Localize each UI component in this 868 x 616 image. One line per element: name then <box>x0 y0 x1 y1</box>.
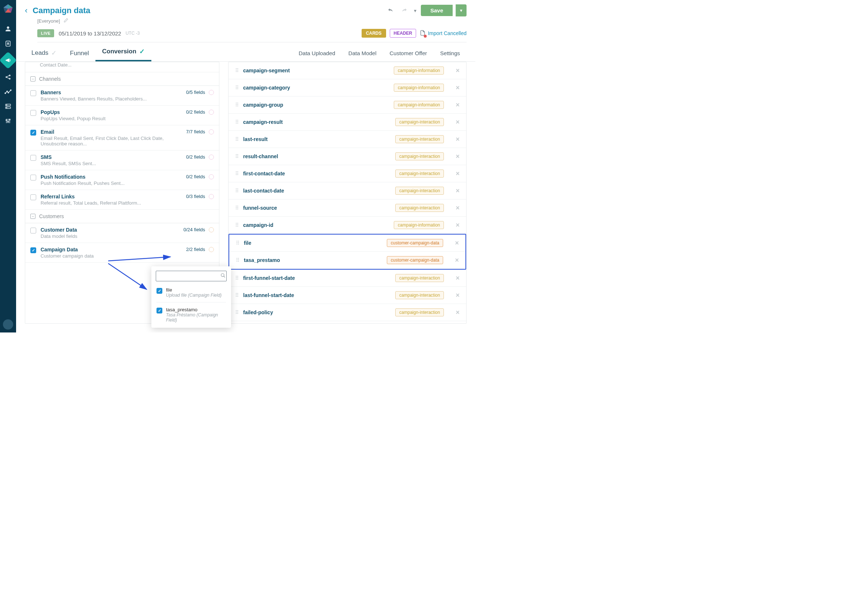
remove-field-icon[interactable]: × <box>455 292 460 299</box>
svg-point-12 <box>8 92 9 93</box>
field-row[interactable]: ⠿ failed-policy campaign-interaction × <box>228 304 466 321</box>
field-row[interactable]: ⠿ first-contact-date campaign-interactio… <box>228 165 466 182</box>
field-row[interactable]: ⠿ funnel-source campaign-interaction × <box>228 200 466 217</box>
tab-settings[interactable]: Settings <box>434 45 466 61</box>
save-button[interactable]: Save <box>421 5 453 16</box>
popover-search[interactable] <box>156 271 227 281</box>
date-range[interactable]: 05/11/2019 to 13/12/2022 <box>58 30 121 36</box>
field-row[interactable]: ⠿ last-result campaign-interaction × <box>228 131 466 148</box>
field-row[interactable]: ⠿ trigger-personalization campaign-inter… <box>228 321 466 324</box>
checkbox[interactable] <box>30 130 36 135</box>
checkbox[interactable] <box>156 308 162 313</box>
checkbox[interactable] <box>30 194 36 200</box>
checkbox[interactable] <box>30 90 36 96</box>
checkbox[interactable] <box>30 110 36 116</box>
tab-data-model[interactable]: Data Model <box>342 45 383 61</box>
drag-handle-icon[interactable]: ⠿ <box>235 292 238 298</box>
remove-field-icon[interactable]: × <box>455 153 460 160</box>
tab-data-uploaded[interactable]: Data Uploaded <box>292 45 342 61</box>
header-badge[interactable]: HEADER <box>390 29 416 38</box>
nav-sliders-icon[interactable] <box>4 117 12 125</box>
nav-share-icon[interactable] <box>4 73 12 81</box>
remove-field-icon[interactable]: × <box>455 204 460 212</box>
checkbox[interactable] <box>30 228 36 234</box>
remove-field-icon[interactable]: × <box>455 170 460 178</box>
remove-field-icon[interactable]: × <box>455 118 460 126</box>
drag-handle-icon[interactable]: ⠿ <box>235 275 238 281</box>
drag-handle-icon[interactable]: ⠿ <box>236 257 239 263</box>
undo-button[interactable] <box>385 5 396 16</box>
nav-analytics-icon[interactable] <box>4 88 12 96</box>
nav-users-icon[interactable] <box>4 25 12 33</box>
checkbox[interactable] <box>30 155 36 161</box>
drag-handle-icon[interactable]: ⠿ <box>235 171 238 176</box>
drag-handle-icon[interactable]: ⠿ <box>235 136 238 142</box>
drag-handle-icon[interactable]: ⠿ <box>235 222 238 228</box>
redo-button[interactable] <box>399 5 410 16</box>
collapse-icon[interactable]: − <box>30 214 35 219</box>
remove-field-icon[interactable]: × <box>455 274 460 282</box>
nav-campaign-icon[interactable] <box>0 52 17 69</box>
import-cancelled-link[interactable]: Import Cancelled <box>420 30 466 37</box>
user-avatar[interactable] <box>3 319 13 330</box>
field-row[interactable]: ⠿ last-funnel-start-date campaign-intera… <box>228 287 466 304</box>
drag-handle-icon[interactable]: ⠿ <box>235 310 238 315</box>
customer-item[interactable]: Campaign Data Customer campaign data 2/2… <box>25 243 219 263</box>
drag-handle-icon[interactable]: ⠿ <box>235 154 238 159</box>
tab-funnel[interactable]: Funnel <box>63 45 95 61</box>
tab-customer-offer[interactable]: Customer Offer <box>383 45 434 61</box>
field-row[interactable]: ⠿ last-contact-date campaign-interaction… <box>228 182 466 200</box>
save-dropdown[interactable]: ▾ <box>455 5 466 16</box>
remove-field-icon[interactable]: × <box>455 84 460 92</box>
remove-field-icon[interactable]: × <box>455 101 460 109</box>
remove-field-icon[interactable]: × <box>455 67 460 74</box>
field-row[interactable]: ⠿ campaign-group campaign-information × <box>228 96 466 114</box>
popover-item-file[interactable]: fileUpload file (Campaign Field) <box>151 285 231 300</box>
customer-item[interactable]: Customer Data Data model fields 0/24 fie… <box>25 223 219 243</box>
nav-clipboard-icon[interactable] <box>4 39 12 47</box>
checkbox[interactable] <box>30 174 36 181</box>
drag-handle-icon[interactable]: ⠿ <box>235 205 238 211</box>
field-row[interactable]: ⠿ campaign-category campaign-information… <box>228 79 466 96</box>
app-logo[interactable] <box>3 4 13 14</box>
popover-search-input[interactable] <box>159 273 221 279</box>
drag-handle-icon[interactable]: ⠿ <box>235 119 238 125</box>
channel-item[interactable]: PopUps PopUps Viewed, Popup Result 0/2 f… <box>25 105 219 125</box>
drag-handle-icon[interactable]: ⠿ <box>235 68 238 74</box>
edit-audience-icon[interactable] <box>64 18 68 24</box>
field-row[interactable]: ⠿ result-channel campaign-interaction × <box>228 148 466 165</box>
field-row[interactable]: ⠿ first-funnel-start-date campaign-inter… <box>228 270 466 287</box>
collapse-icon[interactable]: − <box>30 76 35 82</box>
channel-item[interactable]: Email Email Result, Email Sent, First Cl… <box>25 125 219 151</box>
section-channels[interactable]: − Channels <box>25 72 219 86</box>
drag-handle-icon[interactable]: ⠿ <box>235 188 238 194</box>
field-row[interactable]: ⠿ campaign-segment campaign-information … <box>228 62 466 79</box>
field-row[interactable]: ⠿ tasa_prestamo customer-campaign-data × <box>229 252 465 269</box>
remove-field-icon[interactable]: × <box>455 256 459 264</box>
channel-item[interactable]: Referral Links Referral result, Total Le… <box>25 190 219 210</box>
field-row[interactable]: ⠿ campaign-result campaign-interaction × <box>228 114 466 131</box>
section-customers[interactable]: − Customers <box>25 210 219 223</box>
channel-item[interactable]: SMS SMS Result, SMSs Sent... 0/2 fields <box>25 151 219 170</box>
popover-item-tasa[interactable]: tasa_prestamoTasa Préstamo (Campaign Fie… <box>151 305 231 325</box>
tab-conversion[interactable]: Conversion✓ <box>95 42 151 61</box>
drag-handle-icon[interactable]: ⠿ <box>235 85 238 91</box>
field-row[interactable]: ⠿ campaign-id campaign-information × <box>228 217 466 234</box>
redo-dropdown[interactable]: ▾ <box>413 5 418 16</box>
tab-leads[interactable]: Leads✓ <box>25 44 63 61</box>
drag-handle-icon[interactable]: ⠿ <box>235 102 238 108</box>
remove-field-icon[interactable]: × <box>455 135 460 143</box>
back-button[interactable]: ‹ <box>25 6 27 15</box>
nav-server-icon[interactable] <box>4 102 12 110</box>
remove-field-icon[interactable]: × <box>455 239 459 247</box>
remove-field-icon[interactable]: × <box>455 187 460 195</box>
checkbox[interactable] <box>156 288 162 294</box>
checkbox[interactable] <box>30 247 36 253</box>
remove-field-icon[interactable]: × <box>455 309 460 316</box>
channel-item[interactable]: Push Notifications Push Notification Res… <box>25 170 219 190</box>
cards-badge[interactable]: CARDS <box>362 29 386 38</box>
remove-field-icon[interactable]: × <box>455 222 460 229</box>
drag-handle-icon[interactable]: ⠿ <box>236 240 239 246</box>
channel-item[interactable]: Banners Banners Viewed, Banners Results,… <box>25 86 219 105</box>
field-row[interactable]: ⠿ file customer-campaign-data × <box>229 234 465 252</box>
